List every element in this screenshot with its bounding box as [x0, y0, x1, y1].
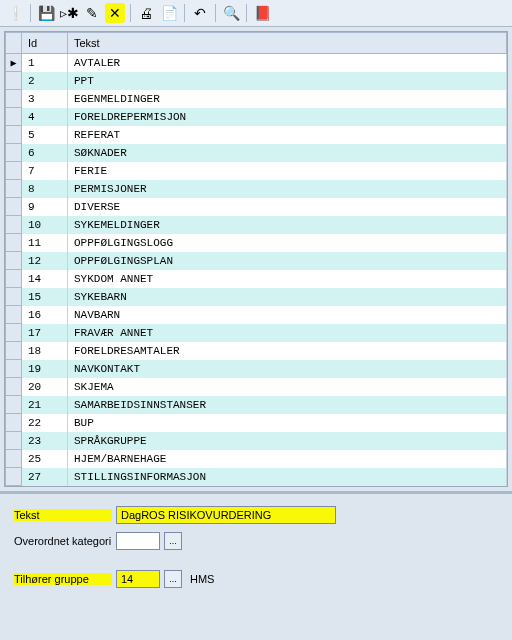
table-row[interactable]: ▶1AVTALER: [6, 54, 507, 72]
table-row[interactable]: 23SPRÅKGRUPPE: [6, 432, 507, 450]
table-row[interactable]: 2PPT: [6, 72, 507, 90]
cell-tekst: STILLINGSINFORMASJON: [68, 468, 507, 486]
cell-tekst: EGENMELDINGER: [68, 90, 507, 108]
cell-tekst: REFERAT: [68, 126, 507, 144]
cell-tekst: NAVKONTAKT: [68, 360, 507, 378]
cell-id: 18: [22, 342, 68, 360]
cell-tekst: SAMARBEIDSINNSTANSER: [68, 396, 507, 414]
cell-tekst: SØKNADER: [68, 144, 507, 162]
table-row[interactable]: 12OPPFØLGINGSPLAN: [6, 252, 507, 270]
table-row[interactable]: 25HJEM/BARNEHAGE: [6, 450, 507, 468]
row-selector[interactable]: [6, 234, 22, 252]
row-selector[interactable]: [6, 216, 22, 234]
detail-form: Tekst Overordnet kategori ... Tilhører g…: [0, 491, 512, 602]
table-row[interactable]: 4FORELDREPERMISJON: [6, 108, 507, 126]
row-selector[interactable]: [6, 468, 22, 486]
row-selector[interactable]: [6, 324, 22, 342]
cell-id: 11: [22, 234, 68, 252]
column-header-selector[interactable]: [6, 33, 22, 54]
toolbar-separator: [246, 4, 247, 22]
toolbar-separator: [215, 4, 216, 22]
table-row[interactable]: 15SYKEBARN: [6, 288, 507, 306]
table-row[interactable]: 22BUP: [6, 414, 507, 432]
row-selector[interactable]: [6, 162, 22, 180]
table-row[interactable]: 27STILLINGSINFORMASJON: [6, 468, 507, 486]
column-header-tekst[interactable]: Tekst: [68, 33, 507, 54]
row-selector[interactable]: [6, 432, 22, 450]
table-row[interactable]: 8PERMISJONER: [6, 180, 507, 198]
cell-id: 9: [22, 198, 68, 216]
cell-id: 19: [22, 360, 68, 378]
cell-tekst: FORELDREPERMISJON: [68, 108, 507, 126]
row-selector[interactable]: [6, 270, 22, 288]
row-selector[interactable]: [6, 252, 22, 270]
overordnet-input[interactable]: [116, 532, 160, 550]
row-selector[interactable]: [6, 288, 22, 306]
tekst-input[interactable]: [116, 506, 336, 524]
save-icon[interactable]: 💾: [36, 3, 56, 23]
print-icon[interactable]: 🖨: [136, 3, 156, 23]
cell-id: 15: [22, 288, 68, 306]
cell-id: 21: [22, 396, 68, 414]
column-header-id[interactable]: Id: [22, 33, 68, 54]
table-row[interactable]: 5REFERAT: [6, 126, 507, 144]
row-selector[interactable]: [6, 378, 22, 396]
cell-tekst: SYKEMELDINGER: [68, 216, 507, 234]
table-row[interactable]: 20SKJEMA: [6, 378, 507, 396]
cell-id: 7: [22, 162, 68, 180]
table-row[interactable]: 9DIVERSE: [6, 198, 507, 216]
row-selector[interactable]: [6, 342, 22, 360]
table-row[interactable]: 21SAMARBEIDSINNSTANSER: [6, 396, 507, 414]
row-selector[interactable]: [6, 108, 22, 126]
row-selector[interactable]: [6, 90, 22, 108]
gruppe-input[interactable]: [116, 570, 160, 588]
table-row[interactable]: 16NAVBARN: [6, 306, 507, 324]
undo-icon[interactable]: ↶: [190, 3, 210, 23]
delete-icon[interactable]: ✕: [105, 3, 125, 23]
cell-tekst: SKJEMA: [68, 378, 507, 396]
row-selector[interactable]: [6, 360, 22, 378]
row-selector[interactable]: [6, 450, 22, 468]
new-record-icon[interactable]: ▹✱: [59, 3, 79, 23]
table-row[interactable]: 3EGENMELDINGER: [6, 90, 507, 108]
cell-id: 5: [22, 126, 68, 144]
cell-id: 25: [22, 450, 68, 468]
data-grid: Id Tekst ▶1AVTALER2PPT3EGENMELDINGER4FOR…: [4, 31, 508, 487]
cell-tekst: NAVBARN: [68, 306, 507, 324]
table-row[interactable]: 18FORELDRESAMTALER: [6, 342, 507, 360]
cell-tekst: AVTALER: [68, 54, 507, 72]
cell-tekst: FORELDRESAMTALER: [68, 342, 507, 360]
table-row[interactable]: 6SØKNADER: [6, 144, 507, 162]
cell-id: 20: [22, 378, 68, 396]
row-selector[interactable]: [6, 396, 22, 414]
row-selector[interactable]: [6, 414, 22, 432]
cell-id: 2: [22, 72, 68, 90]
row-selector[interactable]: ▶: [6, 54, 22, 72]
edit-icon[interactable]: ✎: [82, 3, 102, 23]
help-icon[interactable]: 📕: [252, 3, 272, 23]
table-row[interactable]: 11OPPFØLGINGSLOGG: [6, 234, 507, 252]
row-selector[interactable]: [6, 306, 22, 324]
table-row[interactable]: 17FRAVÆR ANNET: [6, 324, 507, 342]
cell-id: 4: [22, 108, 68, 126]
row-selector[interactable]: [6, 198, 22, 216]
cell-tekst: OPPFØLGINGSPLAN: [68, 252, 507, 270]
table-row[interactable]: 14SYKDOM ANNET: [6, 270, 507, 288]
preview-icon[interactable]: 📄: [159, 3, 179, 23]
table-row[interactable]: 7FERIE: [6, 162, 507, 180]
table-row[interactable]: 19NAVKONTAKT: [6, 360, 507, 378]
info-icon[interactable]: ❕: [5, 3, 25, 23]
row-selector[interactable]: [6, 144, 22, 162]
search-icon[interactable]: 🔍: [221, 3, 241, 23]
toolbar-separator: [184, 4, 185, 22]
row-selector[interactable]: [6, 126, 22, 144]
gruppe-text: HMS: [190, 573, 214, 585]
cell-id: 16: [22, 306, 68, 324]
gruppe-lookup-button[interactable]: ...: [164, 570, 182, 588]
row-selector[interactable]: [6, 72, 22, 90]
tekst-label: Tekst: [14, 509, 112, 521]
cell-id: 6: [22, 144, 68, 162]
table-row[interactable]: 10SYKEMELDINGER: [6, 216, 507, 234]
row-selector[interactable]: [6, 180, 22, 198]
overordnet-lookup-button[interactable]: ...: [164, 532, 182, 550]
